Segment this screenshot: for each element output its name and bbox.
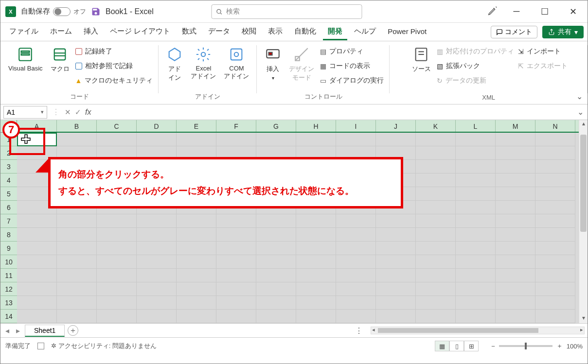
search-input[interactable]: 検索 [211, 4, 362, 19]
cell[interactable] [416, 160, 456, 173]
cell[interactable] [456, 133, 496, 146]
cell[interactable] [416, 296, 456, 310]
cell[interactable] [137, 228, 177, 242]
cell[interactable] [57, 255, 97, 269]
cell[interactable] [137, 214, 177, 228]
cell[interactable] [216, 310, 256, 323]
macro-record-icon[interactable] [37, 343, 44, 349]
tab-formulas[interactable]: 数式 [177, 24, 201, 40]
row-header[interactable]: 14 [0, 310, 17, 323]
col-header[interactable]: I [336, 120, 376, 132]
tab-help[interactable]: ヘルプ [349, 24, 381, 40]
cell[interactable] [216, 133, 256, 146]
cell[interactable] [57, 214, 97, 228]
cell[interactable] [216, 214, 256, 228]
col-header[interactable]: J [376, 120, 416, 132]
row-header[interactable]: 10 [0, 255, 17, 269]
cell[interactable] [416, 187, 456, 201]
cell[interactable] [17, 282, 57, 296]
row-header[interactable]: 11 [0, 269, 17, 282]
close-button[interactable]: ✕ [563, 4, 583, 19]
cell[interactable] [57, 133, 97, 146]
row-header[interactable]: 5 [0, 187, 17, 201]
cell[interactable] [17, 296, 57, 310]
cell[interactable] [216, 255, 256, 269]
cell[interactable] [496, 242, 535, 255]
tab-home[interactable]: ホーム [45, 24, 77, 40]
row-header[interactable]: 6 [0, 201, 17, 214]
cell[interactable] [256, 133, 296, 146]
cell[interactable] [535, 242, 575, 255]
cell[interactable] [456, 269, 496, 282]
cell[interactable] [256, 214, 296, 228]
cell[interactable] [296, 255, 336, 269]
scrollbar-thumb[interactable] [580, 135, 587, 232]
cell[interactable] [17, 269, 57, 282]
cell[interactable] [256, 282, 296, 296]
col-header[interactable]: C [97, 120, 137, 132]
cell[interactable] [97, 269, 137, 282]
row-header[interactable]: 13 [0, 296, 17, 310]
zoom-out-button[interactable]: − [491, 343, 495, 350]
cell[interactable] [456, 282, 496, 296]
cell[interactable] [256, 310, 296, 323]
name-box[interactable]: A1 ▾ [3, 106, 47, 119]
scroll-up-icon[interactable]: ▴ [579, 120, 588, 129]
cell[interactable] [177, 282, 216, 296]
cell[interactable] [535, 173, 575, 187]
tab-insert[interactable]: 挿入 [79, 24, 103, 40]
cell[interactable] [336, 255, 376, 269]
cell[interactable] [376, 282, 416, 296]
sheet-nav-prev-icon[interactable]: ◂ [3, 326, 11, 335]
row-header[interactable]: 7 [0, 214, 17, 228]
cell[interactable] [416, 242, 456, 255]
cell[interactable] [336, 296, 376, 310]
col-header[interactable]: F [216, 120, 256, 132]
cell[interactable] [496, 146, 535, 160]
cell[interactable] [336, 133, 376, 146]
col-header[interactable]: N [535, 120, 575, 132]
cell[interactable] [496, 214, 535, 228]
col-header[interactable]: B [57, 120, 97, 132]
cell[interactable] [256, 242, 296, 255]
cell[interactable] [17, 228, 57, 242]
cell[interactable] [57, 310, 97, 323]
cell[interactable] [496, 160, 535, 173]
cell[interactable] [416, 146, 456, 160]
col-header[interactable]: D [137, 120, 177, 132]
cell[interactable] [496, 255, 535, 269]
cell[interactable] [416, 173, 456, 187]
comments-button[interactable]: コメント [491, 26, 537, 38]
cell[interactable] [535, 133, 575, 146]
cell[interactable] [336, 269, 376, 282]
cell[interactable] [376, 214, 416, 228]
relative-reference-button[interactable]: 相対参照で記録 [75, 61, 153, 71]
cell[interactable] [296, 242, 336, 255]
cell[interactable] [97, 228, 137, 242]
cell[interactable] [535, 282, 575, 296]
cell[interactable] [97, 282, 137, 296]
cell[interactable] [496, 310, 535, 323]
cell[interactable] [177, 255, 216, 269]
cell[interactable] [456, 310, 496, 323]
formula-input[interactable] [95, 106, 577, 119]
cell[interactable] [496, 173, 535, 187]
cell[interactable] [336, 282, 376, 296]
row-header[interactable]: 8 [0, 228, 17, 242]
share-button[interactable]: 共有 ▾ [542, 26, 584, 38]
cell[interactable] [256, 228, 296, 242]
insert-control-button[interactable]: 挿入 ▾ [263, 44, 283, 83]
sheet-tab[interactable]: Sheet1 [25, 325, 65, 337]
collapse-ribbon-icon[interactable]: ⌄ [576, 92, 583, 101]
cell[interactable] [456, 201, 496, 214]
cell[interactable] [535, 187, 575, 201]
cell[interactable] [376, 255, 416, 269]
com-addins-button[interactable]: COM アドイン [222, 44, 251, 83]
cell[interactable] [296, 296, 336, 310]
cell[interactable] [296, 214, 336, 228]
row-header[interactable]: 9 [0, 242, 17, 255]
cell[interactable] [456, 160, 496, 173]
cell[interactable] [216, 269, 256, 282]
view-code-button[interactable]: ▦コードの表示 [320, 61, 384, 71]
source-button[interactable]: ソース [410, 44, 433, 75]
